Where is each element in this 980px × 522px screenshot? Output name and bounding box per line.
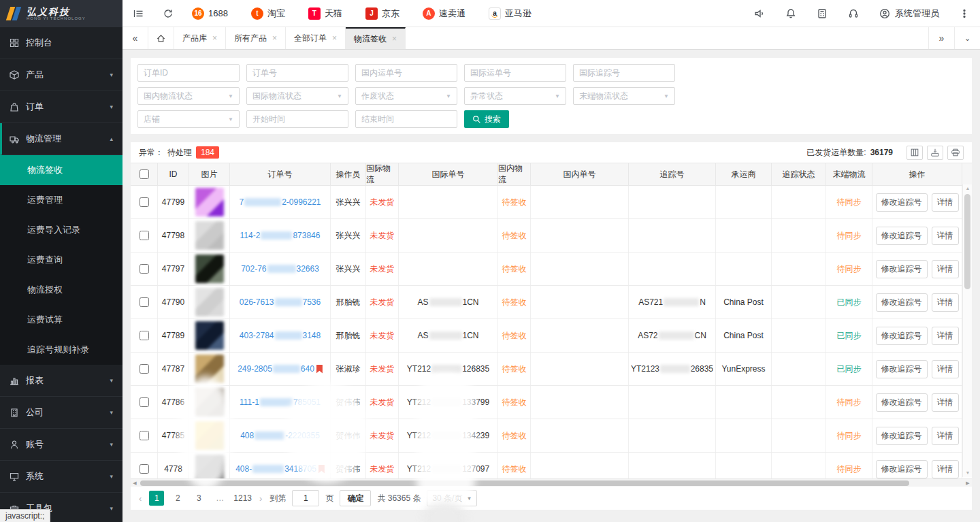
product-thumbnail[interactable] bbox=[195, 321, 224, 350]
detail-button[interactable]: 详情 bbox=[932, 193, 959, 212]
page-size-select[interactable]: 30 条/页 ▼ bbox=[427, 490, 477, 506]
tab-产品库[interactable]: 产品库× bbox=[174, 27, 226, 49]
row-checkbox[interactable] bbox=[140, 297, 149, 307]
sidebar-subitem[interactable]: 运费导入记录 bbox=[0, 215, 122, 245]
row-checkbox[interactable] bbox=[140, 364, 149, 374]
filter-input[interactable] bbox=[573, 64, 675, 82]
home-tab[interactable] bbox=[148, 27, 174, 49]
vertical-scroll-thumb[interactable] bbox=[964, 194, 970, 289]
sidebar-item-7[interactable]: 系统▾ bbox=[0, 461, 122, 493]
edit-tracking-button[interactable]: 修改追踪号 bbox=[876, 193, 928, 212]
filter-input[interactable] bbox=[246, 64, 348, 82]
horizontal-scrollbar[interactable]: ◀ ▶ bbox=[131, 478, 972, 487]
collapse-sidebar-icon[interactable] bbox=[132, 7, 144, 20]
close-icon[interactable]: × bbox=[392, 34, 397, 44]
order-number-link[interactable]: 408-3418705 bbox=[230, 453, 331, 478]
filter-select[interactable]: 异常状态▼ bbox=[464, 87, 566, 105]
announce-icon[interactable] bbox=[753, 7, 766, 20]
export-button[interactable] bbox=[927, 146, 943, 160]
page-button-3[interactable]: 3 bbox=[191, 491, 206, 506]
detail-button[interactable]: 详情 bbox=[932, 293, 959, 312]
filter-select[interactable]: 国内物流状态▼ bbox=[137, 87, 240, 105]
order-number-link[interactable]: 114-2873846 bbox=[230, 219, 331, 252]
service-icon[interactable] bbox=[847, 7, 860, 20]
sidebar-subitem[interactable]: 运费查询 bbox=[0, 245, 122, 275]
filter-select[interactable]: 作废状态▼ bbox=[355, 87, 457, 105]
search-button[interactable]: 搜索 bbox=[464, 110, 509, 128]
sidebar-item-5[interactable]: 公司▾ bbox=[0, 397, 122, 429]
filter-select[interactable]: 末端物流状态▼ bbox=[573, 87, 675, 105]
tabs-scroll-left-icon[interactable]: « bbox=[122, 27, 148, 49]
detail-button[interactable]: 详情 bbox=[932, 427, 959, 445]
scroll-right-icon[interactable]: ▶ bbox=[964, 479, 972, 487]
sidebar-item-6[interactable]: 账号▾ bbox=[0, 429, 122, 461]
pending-count-badge[interactable]: 184 bbox=[196, 146, 219, 159]
filter-input[interactable] bbox=[137, 64, 240, 82]
row-checkbox[interactable] bbox=[140, 464, 149, 474]
detail-button[interactable]: 详情 bbox=[932, 393, 959, 412]
select-all-checkbox[interactable] bbox=[140, 169, 149, 179]
edit-tracking-button[interactable]: 修改追踪号 bbox=[876, 327, 928, 345]
filter-input[interactable] bbox=[246, 110, 348, 128]
platform-速卖通[interactable]: A速卖通 bbox=[423, 7, 466, 20]
order-number-link[interactable]: 026-76137536 bbox=[230, 286, 331, 319]
detail-button[interactable]: 详情 bbox=[932, 327, 959, 345]
product-thumbnail[interactable] bbox=[195, 388, 224, 417]
detail-button[interactable]: 详情 bbox=[932, 460, 959, 478]
sidebar-subitem[interactable]: 运费管理 bbox=[0, 185, 122, 215]
next-page-icon[interactable]: › bbox=[258, 493, 263, 504]
product-thumbnail[interactable] bbox=[195, 188, 224, 216]
close-icon[interactable]: × bbox=[212, 33, 217, 43]
prev-page-icon[interactable]: ‹ bbox=[137, 493, 143, 504]
scroll-up-icon[interactable]: ▲ bbox=[963, 184, 973, 193]
product-thumbnail[interactable] bbox=[195, 455, 224, 478]
bell-icon[interactable] bbox=[785, 7, 797, 20]
edit-tracking-button[interactable]: 修改追踪号 bbox=[876, 260, 928, 278]
filter-input[interactable] bbox=[464, 64, 566, 82]
tab-所有产品[interactable]: 所有产品× bbox=[226, 27, 286, 49]
goto-page-input[interactable] bbox=[292, 490, 319, 506]
order-number-link[interactable]: 111-1785051 bbox=[230, 386, 331, 419]
sidebar-subitem[interactable]: 物流授权 bbox=[0, 275, 122, 305]
detail-button[interactable]: 详情 bbox=[932, 360, 959, 378]
page-button-1213[interactable]: 1213 bbox=[233, 491, 252, 506]
product-thumbnail[interactable] bbox=[195, 288, 224, 316]
detail-button[interactable]: 详情 bbox=[932, 260, 959, 278]
product-thumbnail[interactable] bbox=[195, 421, 224, 450]
platform-天猫[interactable]: T天猫 bbox=[308, 7, 342, 20]
edit-tracking-button[interactable]: 修改追踪号 bbox=[876, 360, 928, 378]
order-number-link[interactable]: 72-0996221 bbox=[230, 186, 331, 218]
scroll-left-icon[interactable]: ◀ bbox=[131, 479, 139, 487]
sidebar-subitem[interactable]: 运费试算 bbox=[0, 305, 122, 335]
row-checkbox[interactable] bbox=[140, 431, 149, 440]
order-number-link[interactable]: 249-2805640 bbox=[230, 353, 331, 385]
row-checkbox[interactable] bbox=[140, 197, 149, 207]
sidebar-subitem[interactable]: 物流签收 bbox=[0, 155, 122, 185]
more-dots-icon[interactable] bbox=[958, 7, 970, 20]
sidebar-item-1[interactable]: 产品▾ bbox=[0, 59, 122, 91]
close-icon[interactable]: × bbox=[272, 33, 277, 43]
edit-tracking-button[interactable]: 修改追踪号 bbox=[876, 460, 928, 478]
detail-button[interactable]: 详情 bbox=[932, 227, 959, 245]
filter-select[interactable]: 店铺▼ bbox=[137, 110, 240, 128]
order-number-link[interactable]: 403-27843148 bbox=[230, 319, 331, 352]
order-number-link[interactable]: 408-2220355 bbox=[230, 419, 331, 452]
filter-select[interactable]: 国际物流状态▼ bbox=[246, 87, 348, 105]
filter-input[interactable] bbox=[355, 110, 457, 128]
platform-亚马逊[interactable]: a亚马逊 bbox=[489, 7, 532, 20]
filter-input[interactable] bbox=[355, 64, 457, 82]
tab-全部订单[interactable]: 全部订单× bbox=[286, 27, 346, 49]
print-button[interactable] bbox=[947, 146, 964, 160]
close-icon[interactable]: × bbox=[332, 33, 337, 43]
calculator-icon[interactable] bbox=[816, 7, 828, 20]
row-checkbox[interactable] bbox=[140, 231, 149, 240]
sidebar-item-4[interactable]: 报表▾ bbox=[0, 365, 122, 397]
horizontal-scroll-thumb[interactable] bbox=[140, 480, 909, 486]
goto-confirm-button[interactable]: 确定 bbox=[340, 490, 371, 506]
scroll-down-icon[interactable]: ▼ bbox=[963, 469, 973, 477]
product-thumbnail[interactable] bbox=[195, 355, 224, 383]
row-checkbox[interactable] bbox=[140, 264, 149, 274]
tabs-menu-icon[interactable]: ⌄ bbox=[954, 27, 980, 49]
admin-user[interactable]: 系统管理员 bbox=[879, 7, 939, 20]
platform-1688[interactable]: 161688 bbox=[192, 7, 228, 20]
